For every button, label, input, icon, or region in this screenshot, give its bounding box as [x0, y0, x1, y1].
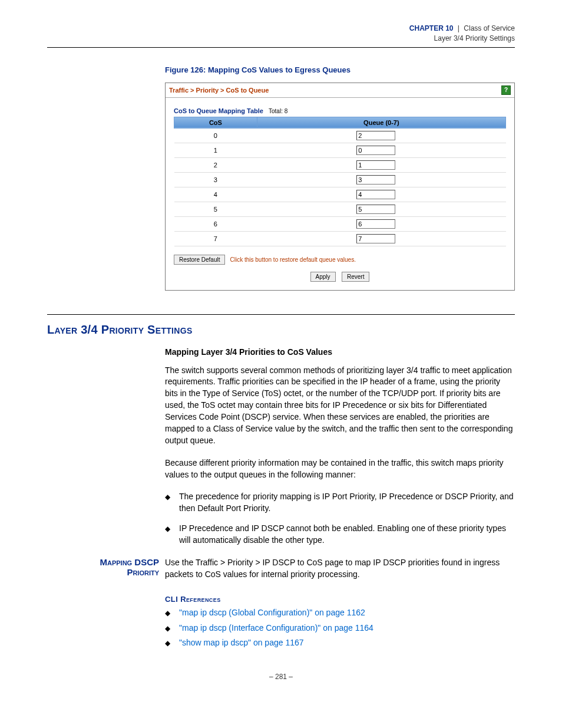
body-paragraph: Because different priority information m…: [165, 457, 515, 481]
queue-cell: [257, 128, 505, 143]
queue-cell: [257, 202, 505, 216]
sub-heading: Mapping Layer 3/4 Priorities to CoS Valu…: [165, 347, 515, 357]
table-row: 4: [174, 187, 506, 202]
queue-input[interactable]: [356, 131, 395, 140]
bullet-list: The precedence for priority mapping is I…: [165, 491, 515, 546]
queue-cell: [257, 187, 505, 202]
restore-default-button[interactable]: Restore Default: [174, 255, 225, 265]
table-total: Total: 8: [269, 108, 287, 114]
list-item: IP Precedence and IP DSCP cannot both be…: [165, 523, 515, 546]
margin-heading-line2: Priority: [127, 567, 159, 577]
cli-references-heading: CLI References: [165, 595, 515, 604]
section-heading-text: Layer 3/4 Priority Settings: [47, 323, 193, 336]
list-item: "map ip dscp (Interface Configuration)" …: [165, 622, 515, 634]
reference-link[interactable]: "map ip dscp (Interface Configuration)" …: [179, 623, 373, 633]
running-header: CHAPTER 10 | Class of Service Layer 3/4 …: [47, 24, 515, 48]
cli-reference-list: "map ip dscp (Global Configuration)" on …: [165, 607, 515, 650]
table-row: 3: [174, 172, 506, 187]
apply-button[interactable]: Apply: [310, 272, 336, 282]
list-item: "map ip dscp (Global Configuration)" on …: [165, 607, 515, 619]
table-row: 6: [174, 216, 506, 231]
queue-cell: [257, 157, 505, 172]
table-title: CoS to Queue Mapping Table Total: 8: [174, 107, 506, 114]
header-topic: Class of Service: [464, 24, 515, 32]
margin-heading: Mapping DSCP Priority: [47, 557, 159, 577]
list-item: The precedence for priority mapping is I…: [165, 491, 515, 515]
separator: |: [458, 24, 459, 32]
header-subtopic: Layer 3/4 Priority Settings: [47, 34, 515, 44]
table-row: 5: [174, 202, 506, 216]
table-row: 1: [174, 143, 506, 157]
body-paragraph: The switch supports several common metho…: [165, 365, 515, 447]
list-item: "show map ip dscp" on page 1167: [165, 637, 515, 649]
revert-button[interactable]: Revert: [342, 272, 369, 282]
margin-body: Use the Traffic > Priority > IP DSCP to …: [165, 557, 515, 581]
reference-link[interactable]: "map ip dscp (Global Configuration)" on …: [179, 608, 365, 617]
queue-input[interactable]: [356, 190, 395, 199]
help-icon[interactable]: ?: [501, 85, 511, 95]
queue-input[interactable]: [356, 160, 395, 170]
queue-input[interactable]: [356, 205, 395, 214]
cos-cell: 1: [174, 143, 257, 157]
cos-cell: 6: [174, 216, 257, 231]
cli-references-heading-text: CLI References: [165, 595, 221, 604]
restore-default-message: Click this button to restore default que…: [230, 256, 355, 263]
col-header-cos: CoS: [174, 117, 257, 128]
cos-cell: 5: [174, 202, 257, 216]
queue-input[interactable]: [356, 146, 395, 155]
table-row: 2: [174, 157, 506, 172]
cos-cell: 7: [174, 231, 257, 246]
queue-input[interactable]: [356, 219, 395, 229]
queue-input[interactable]: [356, 234, 395, 243]
mapping-table: CoS Queue (0-7) 01234567: [174, 117, 506, 246]
margin-heading-line1: Mapping DSCP: [100, 557, 159, 567]
queue-cell: [257, 172, 505, 187]
figure-caption: Figure 126: Mapping CoS Values to Egress…: [165, 65, 515, 74]
queue-cell: [257, 143, 505, 157]
table-row: 0: [174, 128, 506, 143]
table-row: 7: [174, 231, 506, 246]
cos-cell: 2: [174, 157, 257, 172]
breadcrumb: Traffic > Priority > CoS to Queue: [169, 87, 269, 94]
col-header-queue: Queue (0-7): [257, 117, 505, 128]
queue-input[interactable]: [356, 175, 395, 185]
cos-cell: 0: [174, 128, 257, 143]
queue-cell: [257, 231, 505, 246]
figure-panel: Traffic > Priority > CoS to Queue ? CoS …: [165, 83, 515, 291]
table-title-text: CoS to Queue Mapping Table: [174, 107, 263, 114]
page-number: – 281 –: [47, 673, 515, 681]
breadcrumb-bar: Traffic > Priority > CoS to Queue ?: [166, 83, 514, 98]
section-heading: Layer 3/4 Priority Settings: [47, 323, 515, 337]
reference-link[interactable]: "show map ip dscp" on page 1167: [179, 638, 304, 647]
cos-cell: 3: [174, 172, 257, 187]
cos-cell: 4: [174, 187, 257, 202]
queue-cell: [257, 216, 505, 231]
chapter-label: CHAPTER 10: [409, 24, 454, 32]
